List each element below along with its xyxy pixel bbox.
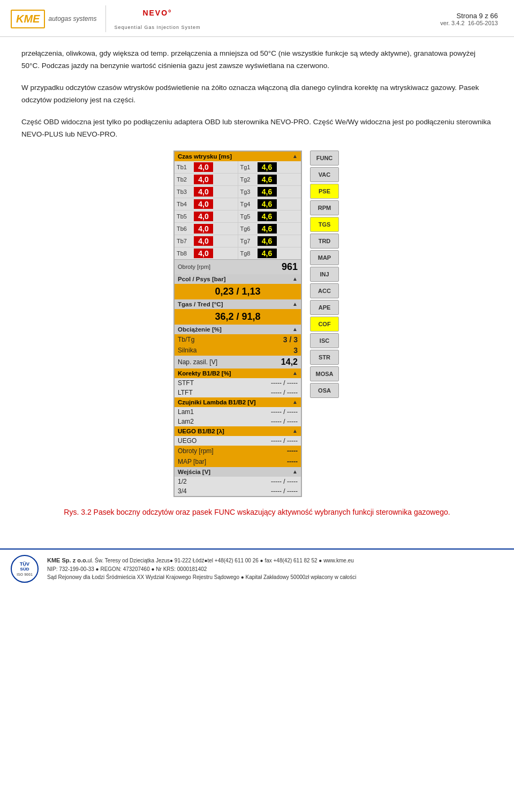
header-logos: KME autogas systems NEVO° Sequential Gas…: [11, 5, 201, 32]
func-btn-inj[interactable]: INJ: [310, 267, 339, 282]
tb-tg-obciazenie-value: 3 / 3: [283, 335, 298, 344]
uego-collapse-icon[interactable]: ▲: [292, 428, 298, 434]
page-number: Strona 9 z 66: [440, 12, 498, 20]
tb-tg-grid: Tb14,0Tg14,6Tb24,0Tg24,6Tb34,0Tg34,6Tb44…: [175, 161, 301, 259]
company-sad: Sąd Rejonowy dla Łodzi Śródmieścia XX Wy…: [47, 573, 356, 581]
stft-value: ----- / -----: [271, 379, 298, 387]
map-row: MAP [bar] -----: [175, 456, 301, 467]
uego-label: UEGO B1/B2 [λ]: [178, 428, 224, 434]
lam1-row: Lam1 ----- / -----: [175, 407, 301, 417]
lam2-row: Lam2 ----- / -----: [175, 417, 301, 426]
func-btn-rpm[interactable]: RPM: [310, 200, 339, 215]
body-paragraph3: Część OBD widoczna jest tylko po podłącz…: [21, 116, 493, 141]
nevo-title: NEVO°: [142, 8, 172, 25]
w12-row: 1/2 ----- / -----: [175, 477, 301, 486]
collapse-icon[interactable]: ▲: [292, 153, 298, 159]
tgas-label: Tgas / Tred [°C]: [178, 301, 223, 307]
func-btn-vac[interactable]: VAC: [310, 167, 339, 182]
tb-tg-obciazenie-label: Tb/Tg: [178, 336, 194, 343]
tg-row-4: Tg44,6: [238, 198, 301, 210]
korekty-collapse-icon[interactable]: ▲: [292, 370, 298, 376]
w34-value: ----- / -----: [271, 487, 298, 495]
page-info: Strona 9 z 66 ver. 3.4.2 16-05-2013: [440, 12, 498, 26]
czas-wtrysku-label: Czas wtrysku [ms]: [178, 153, 232, 160]
obroty-label: Obroty [rpm]: [178, 264, 210, 270]
obroty2-row: Obroty [rpm] -----: [175, 446, 301, 456]
silnika-value: 3: [293, 346, 298, 355]
wejscia-label: Wejścia [V]: [178, 469, 210, 475]
obroty-value: 961: [282, 261, 298, 273]
footer-contact: KME Sp. z o.o.ul. Św. Teresy od Dzieciąt…: [47, 556, 356, 581]
silnika-label: Silnika: [178, 347, 196, 354]
korekty-header: Korekty B1/B2 [%] ▲: [175, 369, 301, 378]
tg-row-8: Tg84,6: [238, 247, 301, 259]
func-btn-str[interactable]: STR: [310, 350, 339, 365]
func-sidebar: FUNCVACPSERPMTGSTRDMAPINJACCAPECOFISCSTR…: [308, 151, 341, 497]
lam2-value: ----- / -----: [271, 418, 298, 425]
tb-row-1: Tb14,0: [175, 161, 238, 173]
pcol-collapse-icon[interactable]: ▲: [292, 276, 298, 282]
body-paragraph2: W przypadku odczytów czasów wtrysków pod…: [21, 82, 493, 107]
kme-logo: KME autogas systems: [11, 10, 97, 28]
w34-row: 3/4 ----- / -----: [175, 486, 301, 496]
wejscia-header: Wejścia [V] ▲: [175, 467, 301, 477]
version-date: ver. 3.4.2 16-05-2013: [440, 20, 498, 26]
func-btn-func[interactable]: FUNC: [310, 151, 339, 166]
wejscia-collapse-icon[interactable]: ▲: [292, 469, 298, 475]
func-btn-trd[interactable]: TRD: [310, 234, 339, 249]
diagram-area: Czas wtrysku [ms] ▲ Tb14,0Tg14,6Tb24,0Tg…: [21, 151, 493, 497]
ltft-label: LTFT: [178, 389, 193, 396]
func-btn-pse[interactable]: PSE: [310, 184, 339, 199]
lam2-label: Lam2: [178, 418, 194, 425]
func-btn-osa[interactable]: OSA: [310, 383, 339, 398]
tb-row-5: Tb54,0: [175, 210, 238, 222]
lambda-collapse-icon[interactable]: ▲: [292, 399, 298, 405]
tb-row-7: Tb74,0: [175, 235, 238, 247]
obroty2-value: -----: [287, 447, 298, 455]
func-btn-tgs[interactable]: TGS: [310, 217, 339, 232]
uego-header: UEGO B1/B2 [λ] ▲: [175, 426, 301, 436]
korekty-label: Korekty B1/B2 [%]: [178, 370, 231, 377]
nap-label: Nap. zasil. [V]: [178, 358, 217, 366]
tb-row-8: Tb84,0: [175, 247, 238, 259]
func-btn-acc[interactable]: ACC: [310, 283, 339, 298]
uego-row-label: UEGO: [178, 437, 196, 445]
lam1-value: ----- / -----: [271, 408, 298, 416]
nevo-logo: NEVO° Sequential Gas Injection System: [115, 8, 201, 30]
map-label: MAP [bar]: [178, 458, 206, 465]
nevo-subtitle: Sequential Gas Injection System: [115, 25, 201, 30]
tb-tg-obciazenie-row: Tb/Tg 3 / 3: [175, 334, 301, 345]
tgas-value: 36,2 / 91,8: [175, 309, 301, 325]
nap-value: 14,2: [281, 357, 298, 367]
pcol-value: 0,23 / 1,13: [175, 284, 301, 299]
lambda-label: Czujniki Lambda B1/B2 [V]: [178, 399, 256, 405]
pcol-header: Pcol / Psys [bar] ▲: [175, 274, 301, 284]
lam1-label: Lam1: [178, 408, 194, 416]
tuv-badge: TÜV SÜD ISO 9001: [11, 555, 39, 583]
page-header: KME autogas systems NEVO° Sequential Gas…: [0, 0, 514, 37]
uego-value: ----- / -----: [271, 437, 298, 445]
w34-label: 3/4: [178, 487, 187, 495]
func-btn-isc[interactable]: ISC: [310, 333, 339, 348]
func-btn-map[interactable]: MAP: [310, 250, 339, 265]
kme-logo-text: KME: [16, 13, 40, 25]
company-nip: NIP: 732-199-00-33 ● REGON: 473207460 ● …: [47, 565, 356, 573]
uego-row: UEGO ----- / -----: [175, 436, 301, 446]
tg-row-3: Tg34,6: [238, 186, 301, 198]
tgas-collapse-icon[interactable]: ▲: [292, 301, 298, 307]
w12-label: 1/2: [178, 478, 187, 485]
obroty2-label: Obroty [rpm]: [178, 447, 214, 455]
ltft-value: ----- / -----: [271, 389, 298, 396]
readings-panel: Czas wtrysku [ms] ▲ Tb14,0Tg14,6Tb24,0Tg…: [173, 151, 302, 497]
tb-row-4: Tb44,0: [175, 198, 238, 210]
func-btn-cof[interactable]: COF: [310, 317, 339, 332]
func-btn-mosa[interactable]: MOSA: [310, 366, 339, 381]
silnika-row: Silnika 3: [175, 345, 301, 356]
tg-row-5: Tg54,6: [238, 210, 301, 222]
tg-row-6: Tg64,6: [238, 223, 301, 235]
figure-caption: Rys. 3.2 Pasek boczny odczytów oraz pase…: [21, 508, 493, 516]
obciazenie-collapse-icon[interactable]: ▲: [292, 326, 298, 332]
obciazenie-header: Obciążenie [%] ▲: [175, 325, 301, 334]
tuv-text1: TÜV: [20, 561, 29, 567]
func-btn-ape[interactable]: APE: [310, 300, 339, 315]
